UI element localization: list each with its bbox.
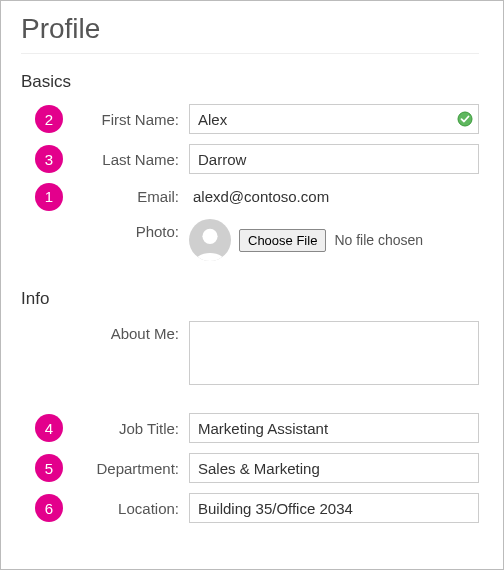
section-info-title: Info: [21, 289, 479, 309]
label-about-me: About Me:: [21, 321, 189, 342]
location-field[interactable]: [189, 493, 479, 523]
department-field[interactable]: [189, 453, 479, 483]
callout-badge-1: 1: [35, 183, 63, 211]
callout-badge-5: 5: [35, 454, 63, 482]
row-about-me: About Me:: [21, 321, 479, 389]
divider: [21, 53, 479, 54]
svg-point-0: [458, 112, 472, 126]
callout-badge-3: 3: [35, 145, 63, 173]
email-value: alexd@contoso.com: [189, 184, 479, 209]
row-last-name: 3 Last Name:: [21, 144, 479, 174]
label-photo: Photo:: [21, 219, 189, 240]
row-first-name: 2 First Name:: [21, 104, 479, 134]
job-title-field[interactable]: [189, 413, 479, 443]
file-status-text: No file chosen: [334, 232, 423, 248]
first-name-field[interactable]: [189, 104, 479, 134]
page-title: Profile: [21, 13, 479, 45]
avatar-placeholder-icon: [189, 219, 231, 261]
valid-check-icon: [457, 111, 473, 127]
section-basics-title: Basics: [21, 72, 479, 92]
callout-badge-6: 6: [35, 494, 63, 522]
callout-badge-4: 4: [35, 414, 63, 442]
row-email: 1 Email: alexd@contoso.com: [21, 184, 479, 209]
row-job-title: 4 Job Title:: [21, 413, 479, 443]
row-location: 6 Location:: [21, 493, 479, 523]
last-name-field[interactable]: [189, 144, 479, 174]
callout-badge-2: 2: [35, 105, 63, 133]
profile-form: Profile Basics 2 First Name: 3 Last Name…: [0, 0, 504, 570]
row-photo: Photo: Choose File No file chosen: [21, 219, 479, 261]
svg-point-1: [202, 229, 217, 244]
about-me-field[interactable]: [189, 321, 479, 385]
row-department: 5 Department:: [21, 453, 479, 483]
choose-file-button[interactable]: Choose File: [239, 229, 326, 252]
